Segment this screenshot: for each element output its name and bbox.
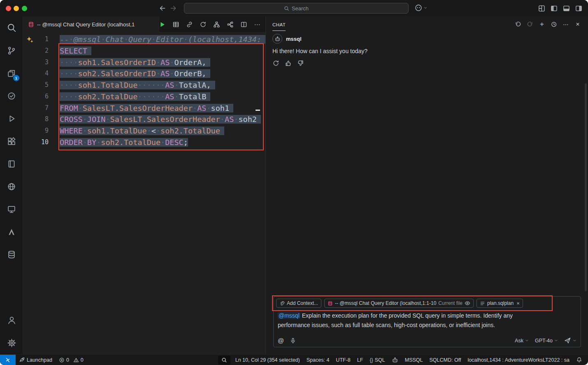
schema-compare-button[interactable]	[226, 21, 234, 29]
remote-explorer-icon	[7, 205, 16, 214]
regenerate-icon[interactable]	[272, 60, 279, 67]
remove-chip-icon[interactable]: ✕	[516, 301, 520, 306]
code-line[interactable]: FROM·SalesLT.SalesOrderHeader·AS·soh1	[60, 103, 265, 114]
sidebar-item-remote-explorer[interactable]	[0, 198, 23, 220]
plan-file-chip[interactable]: plan.sqlplan ✕	[476, 299, 523, 308]
eye-icon[interactable]	[465, 300, 470, 306]
tab-query-editor[interactable]: -- @mssql Chat Query Editor (localhost,1	[23, 16, 159, 33]
window-zoom-button[interactable]	[22, 6, 27, 11]
chat-input-container[interactable]: Add Context... -- @mssql Chat Query Edit…	[273, 296, 581, 347]
sidebar-item-github[interactable]	[0, 175, 23, 198]
connect-button[interactable]	[185, 21, 193, 29]
code-editor[interactable]: 12345678910 --·@mssql·Chat·Query·Editor·…	[23, 33, 265, 354]
thumbs-down-icon[interactable]	[297, 60, 304, 67]
sidebar-item-search[interactable]	[0, 16, 23, 39]
mssql-status[interactable]: MSSQL	[402, 355, 426, 365]
chat-input-controls: @ Ask GPT-4o	[278, 337, 576, 344]
eol[interactable]: LF	[354, 355, 367, 365]
model-picker[interactable]: GPT-4o	[535, 338, 558, 344]
mention-chip[interactable]: @mssql	[278, 312, 300, 319]
cursor-position[interactable]: Ln 10, Col 29 (354 selected)	[232, 355, 303, 365]
notifications-button[interactable]	[573, 355, 588, 365]
run-query-button[interactable]	[158, 21, 166, 29]
error-icon	[59, 357, 65, 363]
connection-status[interactable]: localhost,1434 : AdventureWorksLT2022 : …	[464, 355, 573, 365]
mic-button[interactable]	[290, 337, 296, 344]
code-line[interactable]: ····soh2.TotalDue······AS·TotalB	[60, 91, 265, 103]
sidebar-item-azure[interactable]	[0, 220, 23, 243]
code-line[interactable]: CROSS·JOIN·SalesLT.SalesOrderHeader·AS·s…	[60, 114, 265, 125]
window-minimize-button[interactable]	[14, 6, 19, 11]
search-placeholder: Search	[292, 5, 309, 12]
copilot-status[interactable]	[388, 355, 402, 365]
command-center-search[interactable]: Search	[184, 3, 409, 14]
new-chat-button[interactable]: +	[537, 20, 546, 29]
code-line[interactable]: --·@mssql·Chat·Query·Editor·(localhost,1…	[60, 34, 265, 45]
sidebar-item-sql-server[interactable]	[0, 243, 23, 266]
problems-indicator[interactable]: 0 0	[56, 355, 87, 365]
code-line[interactable]: ····soh1.TotalDue······AS·TotalA,	[60, 80, 265, 91]
zoom-indicator[interactable]	[218, 356, 230, 365]
run-debug-icon	[7, 114, 16, 123]
language-mode[interactable]: {} SQL	[366, 355, 388, 365]
copilot-menu-button[interactable]	[415, 4, 428, 12]
navigate-back-icon[interactable]	[159, 5, 166, 12]
chat-prompt-text[interactable]: @mssql Explain the execution plan for th…	[274, 310, 581, 331]
message-header: mssql	[272, 34, 581, 44]
braces-icon: {}	[370, 357, 373, 363]
code-line[interactable]: ····soh1.SalesOrderID·AS·OrderA,	[60, 57, 265, 68]
sidebar-item-extensions[interactable]	[0, 130, 23, 152]
send-button[interactable]	[564, 337, 576, 344]
estimated-plan-button[interactable]	[212, 21, 221, 29]
results-grid-button[interactable]	[172, 21, 180, 29]
chat-more-actions[interactable]: ⋯	[561, 20, 570, 29]
sidebar-item-testing[interactable]	[0, 84, 23, 107]
customize-layout-icon[interactable]	[538, 5, 545, 12]
query-plan-icon	[213, 21, 220, 28]
remote-indicator[interactable]	[0, 355, 16, 365]
line-number: 6	[23, 91, 60, 103]
code-line[interactable]: ORDER·BY·soh2.TotalDue·DESC;	[60, 137, 265, 148]
sidebar-item-run-debug[interactable]	[0, 107, 23, 130]
database-file-icon	[328, 301, 333, 306]
refresh-connection-button[interactable]	[199, 21, 207, 29]
prompt-line-1: Explain the execution plan for the provi…	[300, 312, 513, 319]
book-icon	[7, 159, 16, 168]
window-close-button[interactable]	[6, 6, 11, 11]
close-chat-icon[interactable]: ✕	[573, 20, 582, 29]
indentation[interactable]: Spaces: 4	[303, 355, 333, 365]
current-file-chip[interactable]: -- @mssql Chat Query Editor (localhost,1…	[324, 299, 474, 308]
toggle-sidebar-right-icon[interactable]	[575, 5, 582, 12]
encoding[interactable]: UTF-8	[332, 355, 353, 365]
settings-button[interactable]	[0, 332, 23, 354]
more-actions-button[interactable]: ⋯	[253, 21, 261, 29]
launchpad-label: Launchpad	[27, 357, 52, 363]
thumbs-up-icon[interactable]	[285, 60, 292, 67]
code-line[interactable]: SELECT	[60, 45, 265, 57]
line-number: 4	[23, 68, 60, 80]
redo-icon[interactable]	[525, 20, 535, 29]
send-icon	[564, 337, 571, 344]
code-line[interactable]: WHERE·soh1.TotalDue·<·soh2.TotalDue	[60, 125, 265, 137]
split-editor-button[interactable]	[239, 21, 248, 29]
code-line[interactable]: ····soh2.SalesOrderID·AS·OrderB,	[60, 68, 265, 80]
add-context-chip[interactable]: Add Context...	[276, 299, 321, 308]
navigate-forward-icon[interactable]	[170, 5, 177, 12]
sidebar-item-source-control[interactable]	[0, 39, 23, 62]
launchpad-button[interactable]: Launchpad	[16, 355, 56, 365]
account-icon	[7, 316, 16, 325]
undo-icon[interactable]	[514, 20, 523, 29]
mention-button[interactable]: @	[278, 337, 284, 344]
mode-picker[interactable]: Ask	[515, 338, 529, 344]
toggle-panel-icon[interactable]	[563, 5, 570, 12]
sidebar-item-explorer[interactable]: 1	[0, 62, 23, 84]
robot-icon	[274, 36, 281, 42]
sidebar-item-docs[interactable]	[0, 152, 23, 175]
chat-history-icon[interactable]	[549, 20, 558, 29]
account-button[interactable]	[0, 309, 23, 332]
copilot-sparkle-icon[interactable]	[26, 36, 34, 44]
azure-icon	[7, 227, 16, 236]
toggle-sidebar-left-icon[interactable]	[551, 5, 558, 12]
scrollbar[interactable]	[585, 83, 587, 291]
sqlcmd-status[interactable]: SQLCMD: Off	[426, 355, 465, 365]
